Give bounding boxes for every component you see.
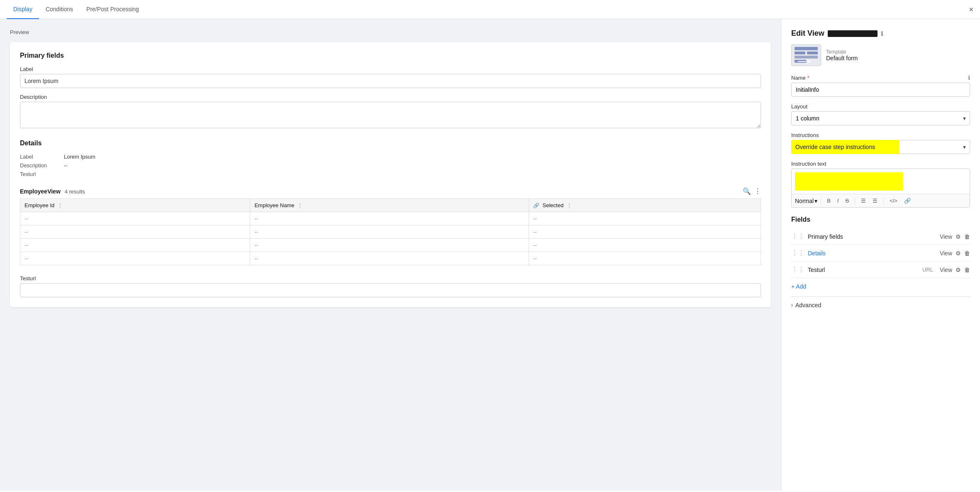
instruction-text-label: Instruction text bbox=[791, 161, 970, 167]
toolbar-link-button[interactable]: 🔗 bbox=[902, 197, 913, 205]
testurl-label: Testurl bbox=[20, 275, 761, 281]
template-row: Template Default form bbox=[791, 44, 970, 66]
testurl-input[interactable] bbox=[20, 283, 761, 297]
details-section: Details Label Lorem Ipsum Description --… bbox=[20, 140, 761, 177]
field-delete-button-primary[interactable]: 🗑 bbox=[964, 233, 970, 240]
cell: -- bbox=[20, 212, 250, 225]
cell: -- bbox=[250, 212, 529, 225]
layout-select[interactable]: 1 column 2 columns bbox=[791, 111, 970, 125]
cell: -- bbox=[250, 225, 529, 239]
drag-icon-details: ⋮⋮ bbox=[791, 249, 804, 257]
toolbar-divider-2 bbox=[855, 198, 855, 204]
close-button[interactable]: × bbox=[969, 5, 973, 14]
preview-card: Primary fields Label Description Details… bbox=[10, 42, 771, 307]
field-name-details[interactable]: Details bbox=[808, 250, 930, 257]
instruction-content[interactable] bbox=[792, 169, 970, 194]
cell: -- bbox=[250, 252, 529, 265]
title-redaction bbox=[828, 30, 878, 37]
fields-title: Fields bbox=[791, 216, 970, 223]
instructions-select-container: Override case step instructions Use case… bbox=[791, 140, 970, 154]
field-delete-button-details[interactable]: 🗑 bbox=[964, 250, 970, 257]
main-layout: Preview Primary fields Label Description… bbox=[0, 19, 980, 491]
svg-rect-1 bbox=[795, 51, 805, 54]
advanced-chevron-icon: › bbox=[791, 302, 793, 308]
toolbar-dropdown-icon: ▾ bbox=[814, 198, 817, 204]
field-type-testurl: URL bbox=[922, 267, 933, 273]
detail-row-label: Label Lorem Ipsum bbox=[20, 154, 761, 160]
detail-val-description: -- bbox=[64, 162, 68, 169]
bottom-testurl-group: Testurl bbox=[20, 275, 761, 297]
data-table: Employee Id ⋮ Employee Name ⋮ 🔗 Selected… bbox=[20, 198, 761, 265]
preview-label: Preview bbox=[10, 29, 771, 35]
instruction-text-highlight bbox=[795, 172, 903, 191]
drag-icon-primary: ⋮⋮ bbox=[791, 233, 804, 240]
fields-section: Fields ⋮⋮ Primary fields View ⚙ 🗑 ⋮⋮ Det… bbox=[791, 216, 970, 290]
table-more-button[interactable]: ⋮ bbox=[754, 187, 761, 195]
name-info-icon[interactable]: ℹ bbox=[968, 74, 970, 81]
col-header-employee-id: Employee Id ⋮ bbox=[20, 199, 250, 212]
field-row-details: ⋮⋮ Details View ⚙ 🗑 bbox=[791, 245, 970, 262]
table-title-group: EmployeeView 4 results bbox=[20, 188, 85, 195]
table-row: -- -- -- bbox=[20, 225, 761, 239]
field-settings-button-testurl[interactable]: ⚙ bbox=[956, 267, 961, 273]
instruction-toolbar: Normal ▾ B I S ☰ ☰ </> 🔗 bbox=[792, 194, 970, 207]
tab-conditions[interactable]: Conditions bbox=[39, 0, 80, 19]
field-row-testurl: ⋮⋮ Testurl URL View ⚙ 🗑 bbox=[791, 262, 970, 278]
template-label: Template bbox=[826, 49, 858, 55]
advanced-section: › Advanced bbox=[791, 296, 970, 308]
edit-panel: Edit View ℹ Template Default form bbox=[781, 19, 980, 491]
toolbar-code-button[interactable]: </> bbox=[887, 197, 900, 205]
template-info: Template Default form bbox=[826, 49, 858, 61]
table-header-row: EmployeeView 4 results 🔍 ⋮ bbox=[20, 187, 761, 195]
toolbar-ol-button[interactable]: ☰ bbox=[870, 197, 880, 205]
advanced-toggle[interactable]: › Advanced bbox=[791, 302, 970, 308]
advanced-title: Advanced bbox=[795, 302, 821, 308]
toolbar-normal-label: Normal bbox=[795, 198, 814, 204]
col-sort-icon-3: ⋮ bbox=[567, 203, 572, 208]
label-input[interactable] bbox=[20, 74, 761, 88]
description-textarea[interactable] bbox=[20, 102, 761, 128]
drag-icon-testurl: ⋮⋮ bbox=[791, 266, 804, 274]
toolbar-ul-button[interactable]: ☰ bbox=[858, 197, 868, 205]
field-delete-button-testurl[interactable]: 🗑 bbox=[964, 267, 970, 273]
tab-display[interactable]: Display bbox=[7, 0, 39, 19]
name-input[interactable] bbox=[791, 83, 970, 97]
toolbar-divider-3 bbox=[883, 198, 884, 204]
svg-rect-3 bbox=[795, 56, 818, 59]
details-title: Details bbox=[20, 140, 761, 147]
tab-prepost[interactable]: Pre/Post Processing bbox=[80, 0, 146, 19]
preview-panel: Preview Primary fields Label Description… bbox=[0, 19, 781, 491]
name-label: Name * ℹ bbox=[791, 74, 970, 81]
cell: -- bbox=[20, 239, 250, 252]
template-name: Default form bbox=[826, 55, 858, 61]
detail-key-label: Label bbox=[20, 154, 57, 160]
instructions-field: Instructions Override case step instruct… bbox=[791, 132, 970, 154]
cell: -- bbox=[250, 239, 529, 252]
col-sort-icon-2: ⋮ bbox=[297, 203, 302, 208]
field-view-button-primary[interactable]: View bbox=[940, 233, 952, 240]
toolbar-bold-button[interactable]: B bbox=[824, 197, 833, 205]
field-name-primary: Primary fields bbox=[808, 233, 930, 240]
toolbar-strikethrough-button[interactable]: S bbox=[843, 197, 851, 205]
instructions-select[interactable]: Override case step instructions Use case… bbox=[791, 140, 970, 154]
field-settings-button-details[interactable]: ⚙ bbox=[956, 250, 961, 257]
edit-view-title: Edit View ℹ bbox=[791, 29, 970, 38]
toolbar-italic-button[interactable]: I bbox=[835, 197, 841, 205]
svg-rect-2 bbox=[807, 51, 818, 54]
field-view-button-details[interactable]: View bbox=[940, 250, 952, 257]
edit-title-info-icon[interactable]: ℹ bbox=[881, 30, 883, 37]
table-row: -- -- -- bbox=[20, 252, 761, 265]
col-header-employee-name: Employee Name ⋮ bbox=[250, 199, 529, 212]
add-button[interactable]: + Add bbox=[791, 283, 806, 290]
detail-key-description: Description bbox=[20, 162, 57, 169]
link-icon: 🔗 bbox=[533, 203, 539, 208]
table-search-button[interactable]: 🔍 bbox=[743, 187, 751, 195]
toolbar-normal-group: Normal ▾ bbox=[795, 198, 817, 204]
toolbar-divider-1 bbox=[821, 198, 821, 204]
detail-key-testurl: Testurl bbox=[20, 171, 57, 177]
field-settings-button-primary[interactable]: ⚙ bbox=[956, 233, 961, 240]
field-view-button-testurl[interactable]: View bbox=[940, 267, 952, 273]
cell: -- bbox=[20, 252, 250, 265]
col-header-selected: 🔗 Selected ⋮ bbox=[529, 199, 761, 212]
instruction-text-area: Normal ▾ B I S ☰ ☰ </> 🔗 bbox=[791, 169, 970, 208]
